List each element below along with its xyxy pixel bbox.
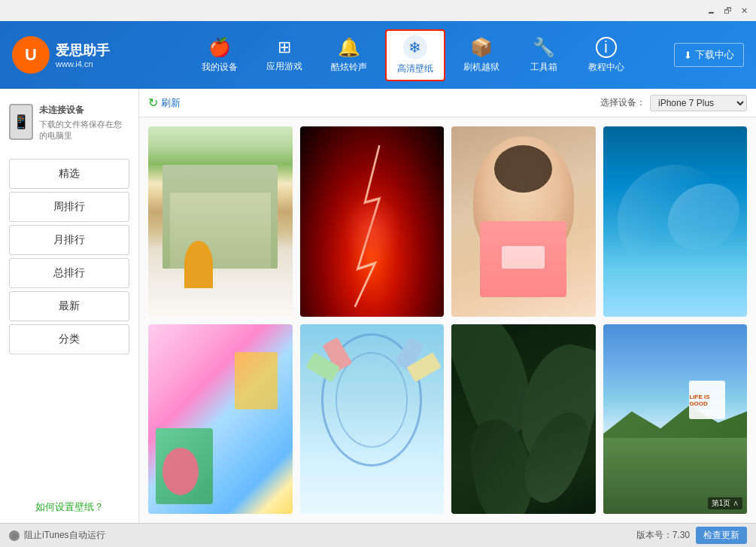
device-info: 📱 未连接设备 下载的文件将保存在您的电脑里 <box>0 96 138 150</box>
wallpaper-item-2[interactable] <box>300 126 445 317</box>
device-icon: 📱 <box>9 104 33 140</box>
refresh-button[interactable]: ↻ 刷新 <box>148 96 181 110</box>
nav-label-apps-games: 应用游戏 <box>266 60 302 73</box>
title-bar: 🗕 🗗 ✕ <box>0 0 756 21</box>
nav-label-my-device: 我的设备 <box>202 61 238 74</box>
wallpaper-item-5[interactable] <box>148 324 293 515</box>
nav-label-toolbox: 工具箱 <box>530 61 557 74</box>
status-right: 版本号：7.30 检查更新 <box>636 527 747 544</box>
version-text: 版本号：7.30 <box>636 529 690 542</box>
itunes-status-text: 阻止iTunes自动运行 <box>24 529 105 542</box>
nav-item-my-device[interactable]: 🍎 我的设备 <box>191 32 248 78</box>
nav-item-apps-games[interactable]: ⊞ 应用游戏 <box>256 33 313 77</box>
apps-icon: ⊞ <box>278 38 291 57</box>
sidebar-btn-featured[interactable]: 精选 <box>9 159 129 189</box>
nav-label-tutorials: 教程中心 <box>588 61 624 74</box>
refresh-label: 刷新 <box>161 96 181 110</box>
nav-label-ringtones: 酷炫铃声 <box>331 61 367 74</box>
device-text: 未连接设备 下载的文件将保存在您的电脑里 <box>39 104 122 142</box>
page-indicator: 第1页 ∧ <box>708 497 742 509</box>
wallpaper-item-1[interactable] <box>148 126 293 317</box>
download-center-button[interactable]: ⬇ 下载中心 <box>674 43 744 67</box>
info-icon: i <box>596 37 617 58</box>
nav-item-ringtones[interactable]: 🔔 酷炫铃声 <box>320 32 378 78</box>
device-select-dropdown[interactable]: iPhone 7 Plus iPhone 6 iPhone 8 iPhone X… <box>650 95 747 111</box>
nav-label-jailbreak: 刷机越狱 <box>463 61 499 74</box>
sidebar-btn-weekly[interactable]: 周排行 <box>9 192 129 222</box>
sidebar-btn-monthly[interactable]: 月排行 <box>9 225 129 255</box>
minimize-button[interactable]: 🗕 <box>705 5 717 17</box>
close-button[interactable]: ✕ <box>738 5 750 17</box>
wallpaper-item-7[interactable] <box>451 324 596 515</box>
itunes-status-icon: ○ <box>9 530 20 541</box>
download-icon: ⬇ <box>684 50 692 61</box>
check-update-button[interactable]: 检查更新 <box>696 527 747 544</box>
wallpaper-item-4[interactable] <box>603 126 748 317</box>
wallpaper-help-link[interactable]: 如何设置壁纸？ <box>35 501 104 512</box>
status-left: ○ 阻止iTunes自动运行 <box>9 529 105 542</box>
main-layout: 📱 未连接设备 下载的文件将保存在您的电脑里 精选 周排行 月排行 总排行 最新… <box>0 89 756 523</box>
sidebar-footer: 如何设置壁纸？ <box>0 491 138 523</box>
logo-main-text: 爱思助手 <box>56 41 110 59</box>
wrench-icon: 🔧 <box>533 37 555 58</box>
nav-items: 🍎 我的设备 ⊞ 应用游戏 🔔 酷炫铃声 ❄ 高清壁纸 📦 刷机越狱 🔧 工具箱 <box>151 29 674 81</box>
logo-sub-text: www.i4.cn <box>56 59 110 68</box>
apple-icon: 🍎 <box>208 37 231 58</box>
wallpaper-item-6[interactable] <box>300 324 445 515</box>
nav-item-tutorials[interactable]: i 教程中心 <box>578 32 635 78</box>
content-area: ↻ 刷新 选择设备： iPhone 7 Plus iPhone 6 iPhone… <box>139 89 756 523</box>
sidebar-btn-category[interactable]: 分类 <box>9 324 129 354</box>
wallpaper-item-8[interactable]: LIFE IS GOOD 第1页 ∧ <box>603 324 748 515</box>
wallpaper-grid: LIFE IS GOOD 第1页 ∧ <box>139 117 756 523</box>
device-desc: 下载的文件将保存在您的电脑里 <box>39 119 122 142</box>
bell-icon: 🔔 <box>338 37 360 58</box>
wallpaper-item-3[interactable] <box>451 126 596 317</box>
nav-item-toolbox[interactable]: 🔧 工具箱 <box>518 32 570 78</box>
snowflake-icon: ❄ <box>403 35 427 59</box>
device-selector: 选择设备： iPhone 7 Plus iPhone 6 iPhone 8 iP… <box>600 95 747 111</box>
sidebar: 📱 未连接设备 下载的文件将保存在您的电脑里 精选 周排行 月排行 总排行 最新… <box>0 89 139 523</box>
nav-label-wallpapers: 高清壁纸 <box>397 62 433 75</box>
device-selector-label: 选择设备： <box>600 96 645 109</box>
nav-item-jailbreak[interactable]: 📦 刷机越狱 <box>453 32 510 78</box>
maximize-button[interactable]: 🗗 <box>721 5 733 17</box>
logo-icon: U <box>12 36 50 74</box>
nav-item-wallpapers[interactable]: ❄ 高清壁纸 <box>385 29 445 81</box>
header: U 爱思助手 www.i4.cn 🍎 我的设备 ⊞ 应用游戏 🔔 酷炫铃声 ❄ … <box>0 21 756 89</box>
status-bar: ○ 阻止iTunes自动运行 版本号：7.30 检查更新 <box>0 523 756 547</box>
sidebar-btn-total[interactable]: 总排行 <box>9 258 129 288</box>
header-right: ⬇ 下载中心 <box>674 43 744 67</box>
device-name: 未连接设备 <box>39 104 122 117</box>
logo-area: U 爱思助手 www.i4.cn <box>12 36 151 74</box>
logo-text: 爱思助手 www.i4.cn <box>56 41 110 68</box>
download-label: 下载中心 <box>695 48 734 62</box>
sidebar-menu: 精选 周排行 月排行 总排行 最新 分类 <box>0 156 138 491</box>
box-icon: 📦 <box>470 37 493 58</box>
sidebar-btn-latest[interactable]: 最新 <box>9 291 129 321</box>
content-toolbar: ↻ 刷新 选择设备： iPhone 7 Plus iPhone 6 iPhone… <box>139 89 756 117</box>
refresh-icon: ↻ <box>148 96 158 110</box>
